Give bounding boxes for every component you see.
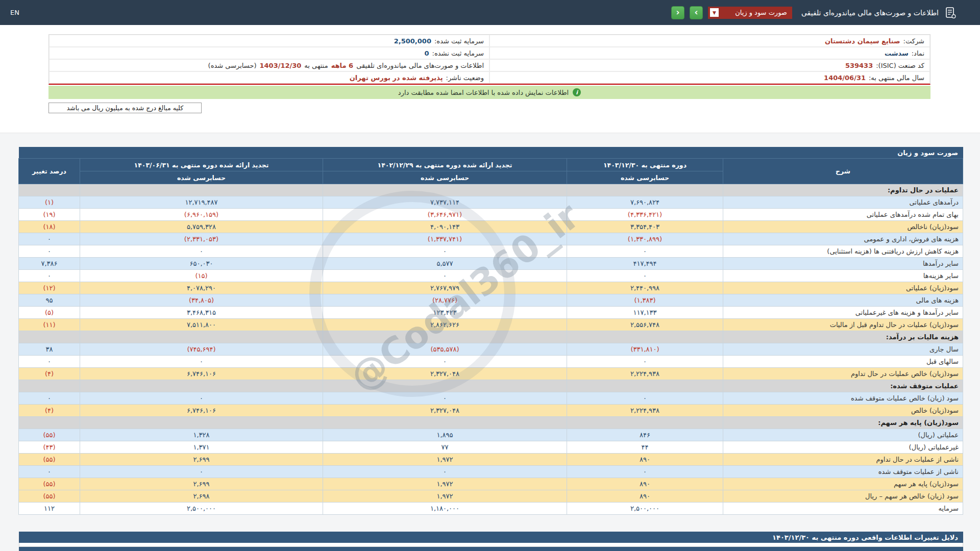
percent-cell: (۱۱) [19, 319, 80, 331]
next-period-button[interactable]: › [690, 6, 703, 19]
signed-match-text: اطلاعات نمایش داده شده با اطلاعات امضا ش… [398, 89, 569, 96]
empty-cell [567, 184, 723, 196]
percent-cell: (۵۵) [19, 478, 80, 490]
table-row: ناشی از عملیات متوقف شده۰۰۰۰ [19, 466, 963, 478]
row-label: غیرعملیاتی (ریال) [723, 441, 963, 454]
row-label: سود(زیان) خالص عملیات در حال تداوم [723, 368, 963, 380]
header-period-current: دوره منتهی به ۱۴۰۳/۱۲/۳۰ [567, 159, 723, 171]
section-label: عملیات در حال تداوم: [723, 184, 963, 196]
value-cell: (۳۴,۸۰۵) [80, 294, 323, 307]
empty-cell [567, 380, 723, 392]
value-cell: ۲,۳۲۷,۰۴۸ [323, 405, 567, 417]
percent-cell: (۴۳) [19, 441, 80, 454]
percent-cell: (۵۵) [19, 454, 80, 466]
value-cell: (۲۸,۷۷۶) [323, 294, 567, 307]
value-cell: ۴,۰۷۸,۲۹۰ [80, 282, 323, 294]
table-row: ناشی از عملیات در حال تداوم۸۹۰۱,۹۷۲۲,۶۹۹… [19, 454, 963, 466]
empty-cell [80, 184, 323, 196]
statement-select-value: صورت سود و زیان [735, 9, 787, 16]
table-row: سایر هزینه‌ها۰۰(۱۵)۰ [19, 270, 963, 282]
empty-cell [19, 417, 80, 429]
value-cell: ۰ [567, 356, 723, 368]
value-cell: ۴۱۷,۴۹۴ [567, 258, 723, 270]
value-cell: (۲,۳۳۱,۰۵۳) [80, 233, 323, 245]
row-label: سود (زیان) خالص هر سهم – ریال [723, 490, 963, 503]
percent-cell: ۰ [19, 466, 80, 478]
isic-label: کد صنعت (ISIC): [876, 62, 924, 69]
empty-cell [80, 417, 323, 429]
statement-info-pre: اطلاعات و صورت‌های مالی میاندوره‌ای تلفی… [356, 62, 484, 69]
value-cell: (۳۳۱,۸۱۰) [567, 343, 723, 356]
value-cell: ۷۷ [323, 441, 567, 454]
amounts-unit-note: کلیه مبالغ درج شده به میلیون ریال می باش… [48, 103, 202, 113]
percent-cell: (۱۸) [19, 221, 80, 233]
value-cell: ۱,۹۷۲ [323, 454, 567, 466]
header-audited-1: حسابرسی شده [567, 171, 723, 184]
company-link[interactable]: صنایع سیمان دشتستان [825, 37, 900, 45]
row-label: سود(زیان) خالص [723, 405, 963, 417]
value-cell: ۸۹۰ [567, 454, 723, 466]
percent-cell: ۰ [19, 233, 80, 245]
row-label: سود(زیان) ناخالص [723, 221, 963, 233]
value-cell: ۸۹۰ [567, 490, 723, 503]
percent-cell: (۴) [19, 405, 80, 417]
signed-match-banner: i اطلاعات نمایش داده شده با اطلاعات امضا… [48, 86, 930, 99]
prev-period-button[interactable]: ‹ [671, 6, 684, 19]
table-row: سود(زیان) ناخالص۳,۳۵۴,۴۰۳۴,۰۹۰,۱۴۳۵,۷۵۹,… [19, 221, 963, 233]
header-period-restated-2: تجدید ارائه شده دوره منتهی به ۱۴۰۳/۰۶/۳۱ [80, 159, 323, 171]
value-cell: ۴۴ [567, 441, 723, 454]
info-field-isic: کد صنعت (ISIC): 539433 [489, 59, 930, 71]
header-audited-2: حسابرسی شده [323, 171, 567, 184]
value-cell: ۲,۴۴۰,۹۹۸ [567, 282, 723, 294]
percent-cell: (۱) [19, 196, 80, 209]
table-row: سالهای قبل۰۰۰۰ [19, 356, 963, 368]
value-cell: ۲,۶۹۸ [80, 490, 323, 503]
chevron-down-icon: ▼ [710, 8, 719, 17]
value-cell: ۵,۷۵۹,۳۲۸ [80, 221, 323, 233]
income-statement-section: صورت سود و زیان شرح دوره منتهی به ۱۴۰۳/۱… [19, 147, 963, 515]
value-cell: ۳,۴۶۸,۳۱۵ [80, 307, 323, 319]
value-cell: ۶,۷۴۶,۱۰۶ [80, 405, 323, 417]
empty-cell [567, 417, 723, 429]
table-section-row: عملیات متوقف شده: [19, 380, 963, 392]
section-label: هزینه مالیات بر درآمد: [723, 331, 963, 343]
value-cell: ۱,۸۹۵ [323, 429, 567, 441]
report-icon [944, 6, 957, 19]
row-label: هزینه کاهش ارزش دریافتنی ها (هزینه استثن… [723, 245, 963, 258]
value-cell: ۷,۷۳۷,۱۱۴ [323, 196, 567, 209]
statement-type-select[interactable]: صورت سود و زیان ▼ [708, 7, 792, 19]
value-cell: ۱,۳۷۱ [80, 441, 323, 454]
table-section-row: سود(زیان) پایه هر سهم: [19, 417, 963, 429]
percent-cell: ۳۸ [19, 343, 80, 356]
row-label: سایر هزینه‌ها [723, 270, 963, 282]
language-toggle[interactable]: EN [10, 9, 19, 16]
table-row: سایر درآمدها و هزینه های غیرعملیاتی۱۱۷,۱… [19, 307, 963, 319]
value-cell: (۵۳۵,۵۷۸) [323, 343, 567, 356]
info-field-fiscal-year: سال مالی منتهی به: 1404/06/31 [489, 71, 930, 84]
statement-info-mid: منتهی به [304, 62, 328, 69]
table-row: هزینه های فروش، اداری و عمومی(۱,۳۳۰,۸۹۹)… [19, 233, 963, 245]
table-row: سود(زیان) عملیات در حال تداوم قبل از مال… [19, 319, 963, 331]
info-field-registered-capital: سرمایه ثبت شده: 2,500,000 [49, 35, 489, 47]
row-label: هزینه های فروش، اداری و عمومی [723, 233, 963, 245]
percent-cell: (۵) [19, 307, 80, 319]
info-field-publisher-status: وضعیت ناشر: پذیرفته شده در بورس تهران [49, 71, 489, 84]
info-field-statement-info: اطلاعات و صورت‌های مالی میاندوره‌ای تلفی… [49, 59, 489, 71]
row-label: سایر درآمدها [723, 258, 963, 270]
table-row: سایر درآمدها۴۱۷,۴۹۴۵,۵۷۷۶۵۰,۰۳۰۷,۳۸۶ [19, 258, 963, 270]
percent-cell: ۰ [19, 245, 80, 258]
value-cell: ۲,۷۶۷,۹۷۹ [323, 282, 567, 294]
value-cell: ۷,۶۹۰,۸۲۴ [567, 196, 723, 209]
row-label: سالهای قبل [723, 356, 963, 368]
value-cell: ۰ [80, 392, 323, 405]
percent-cell: (۵۵) [19, 490, 80, 503]
empty-cell [80, 380, 323, 392]
row-label: سال جاری [723, 343, 963, 356]
value-cell: ۷,۵۱۱,۸۰۰ [80, 319, 323, 331]
row-label: ناشی از عملیات در حال تداوم [723, 454, 963, 466]
table-row: غیرعملیاتی (ریال)۴۴۷۷۱,۳۷۱(۴۳) [19, 441, 963, 454]
statement-info-date: 1403/12/30 [260, 62, 302, 69]
row-label: سود(زیان) عملیات در حال تداوم قبل از مال… [723, 319, 963, 331]
statement-info-post: (حسابرسی شده) [208, 62, 257, 69]
table-section-row: عملیات در حال تداوم: [19, 184, 963, 196]
